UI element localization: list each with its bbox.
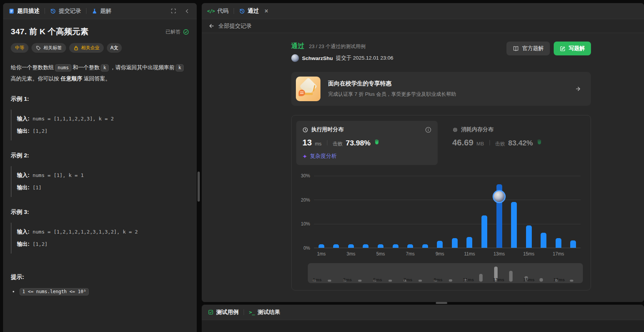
result-header: 通过 23 / 23 个通过的测试用例 SchwarzShu 提交于 2025.… — [291, 42, 591, 62]
arrow-right-icon[interactable] — [575, 85, 582, 92]
memory-stats[interactable]: 消耗内存分布 46.69 MB 击败 83.42% — [452, 121, 543, 148]
runtime-bar-10ms[interactable] — [447, 176, 462, 248]
brush-slot-7ms[interactable]: 7ms — [400, 263, 415, 283]
back-to-submissions[interactable]: 全部提交记录 — [202, 19, 644, 33]
brush-slot-10ms[interactable] — [445, 263, 460, 283]
brush-slot-9ms[interactable]: 9ms — [430, 263, 445, 283]
hints-heading: 提示: — [11, 274, 189, 281]
terminal-icon: >_ — [249, 309, 255, 315]
runtime-bar-17ms[interactable] — [551, 176, 566, 248]
scrollbar-thumb[interactable] — [198, 172, 200, 202]
tab-code[interactable]: </> 代码 — [207, 7, 229, 15]
memory-value-row: 46.69 MB 击败 83.42% — [452, 138, 543, 148]
brush-slot-5ms[interactable]: 5ms — [370, 263, 385, 283]
runtime-bar-1ms[interactable] — [314, 176, 329, 248]
brush-slot-15ms[interactable]: 15ms — [521, 263, 536, 283]
x-tick-label: 15ms — [521, 251, 536, 257]
brush-slot-12ms[interactable] — [476, 263, 491, 283]
clock-icon — [302, 127, 308, 133]
io-value: [1,2] — [33, 128, 48, 134]
history-icon — [50, 8, 56, 14]
student-promo-banner[interactable]: 面向在校学生的专享特惠 完成认证享 7 折 Plus 会员，享受更多学业及职业成… — [291, 72, 591, 106]
write-solution-button[interactable]: 写题解 — [554, 42, 591, 55]
badge-label: 相关标签 — [43, 45, 62, 51]
runtime-bar-5ms[interactable] — [373, 176, 388, 248]
y-tick: 30% — [301, 173, 310, 179]
runtime-bar-11ms[interactable] — [462, 176, 477, 248]
brush-slot-13ms[interactable]: 13ms — [491, 263, 506, 283]
problem-description: 给你一个整数数组nums和一个整数k，请你返回其中出现频率前k高的元素。你可以按… — [11, 62, 189, 84]
memory-beat-percent: 83.42% — [508, 139, 533, 147]
author-row: SchwarzShu 提交于 2025.12.01 23:06 — [291, 54, 393, 62]
panel-resize-handle[interactable] — [436, 302, 447, 304]
brush-slot-1ms[interactable]: 1ms — [309, 263, 324, 283]
official-solution-button[interactable]: 官方题解 — [506, 42, 550, 55]
bold-text: 任意顺序 — [61, 75, 82, 82]
tab-submissions[interactable]: 提交记录 — [50, 7, 81, 15]
runtime-bar-16ms[interactable] — [536, 176, 551, 248]
brush-slot-4ms[interactable] — [355, 263, 370, 283]
runtime-bar-3ms[interactable] — [344, 176, 359, 248]
bar — [452, 238, 458, 248]
brush-slot-18ms[interactable] — [566, 263, 581, 283]
runtime-bar-15ms[interactable] — [521, 176, 536, 248]
chart-plot-area — [314, 176, 581, 248]
bar — [378, 244, 383, 248]
brush-slot-6ms[interactable] — [385, 263, 400, 283]
chart-brush-minimap[interactable]: 1ms3ms5ms7ms9ms11ms13ms15ms17ms — [308, 263, 583, 283]
brush-slot-17ms[interactable]: 17ms — [551, 263, 566, 283]
x-tick-label — [329, 251, 344, 257]
bar — [541, 233, 546, 248]
fullscreen-icon[interactable] — [169, 7, 178, 15]
sparkle-icon: ✦ — [302, 153, 307, 159]
brush-slot-14ms[interactable] — [506, 263, 521, 283]
promo-subtitle: 完成认证享 7 折 Plus 会员，享受更多学业及职业成长帮助 — [328, 91, 567, 98]
bar — [437, 241, 443, 248]
runtime-bar-8ms[interactable] — [418, 176, 433, 248]
brush-slot-11ms[interactable]: 11ms — [460, 263, 475, 283]
close-icon[interactable]: × — [265, 8, 268, 14]
collapse-panel-icon[interactable] — [183, 7, 191, 15]
brush-slot-16ms[interactable] — [536, 263, 551, 283]
difficulty-badge[interactable]: 中等 — [11, 43, 28, 53]
memory-unit: MB — [476, 141, 484, 147]
runtime-bar-14ms[interactable] — [506, 176, 521, 248]
graduation-cap-image — [296, 77, 320, 101]
brush-slot-8ms[interactable] — [415, 263, 430, 283]
flask-icon — [91, 8, 98, 14]
brush-slot-3ms[interactable]: 3ms — [340, 263, 355, 283]
bar — [511, 202, 517, 248]
tab-solutions[interactable]: 题解 — [91, 7, 111, 15]
bar — [466, 237, 472, 248]
result-content: 通过 23 / 23 个通过的测试用例 SchwarzShu 提交于 2025.… — [291, 33, 591, 290]
brush-tick-label: 11ms — [463, 277, 474, 282]
runtime-bar-2ms[interactable] — [329, 176, 344, 248]
runtime-stats-card[interactable]: 执行用时分布 13 ms 击败 — [296, 121, 438, 165]
translate-badge[interactable]: A文 — [107, 43, 122, 53]
runtime-bar-4ms[interactable] — [359, 176, 373, 248]
tab-problem-description[interactable]: 题目描述 — [8, 7, 40, 15]
related-tags-badge[interactable]: 相关标签 — [32, 43, 66, 53]
brush-bar — [509, 271, 513, 282]
x-tick-label — [359, 251, 373, 257]
brush-bar — [479, 274, 483, 282]
runtime-bar-12ms[interactable] — [477, 176, 492, 248]
runtime-bar-9ms[interactable] — [433, 176, 448, 248]
runtime-bar-13ms[interactable] — [492, 176, 507, 248]
brush-slot-2ms[interactable] — [324, 263, 339, 283]
example-output-line: 输出:[1,2] — [17, 241, 189, 248]
tab-test-result[interactable]: >_ 测试结果 — [249, 309, 280, 316]
promo-title: 面向在校学生的专享特惠 — [328, 80, 567, 87]
runtime-bar-6ms[interactable] — [388, 176, 403, 248]
x-tick-label — [388, 251, 403, 257]
tab-testcase[interactable]: 测试用例 — [208, 309, 239, 316]
brush-tick-label: 15ms — [523, 277, 534, 282]
info-icon[interactable] — [425, 127, 432, 133]
tab-accepted-result[interactable]: 通过 × — [239, 7, 268, 15]
related-companies-badge[interactable]: 相关企业 — [69, 43, 104, 53]
complexity-analysis-link[interactable]: ✦ 复杂度分析 — [302, 153, 432, 160]
runtime-bar-18ms[interactable] — [566, 176, 581, 248]
runtime-bar-7ms[interactable] — [403, 176, 418, 248]
memory-header: 消耗内存分布 — [452, 126, 543, 133]
io-value: nums = [1,2,1,2,1,2,3,1,3,2], k = 2 — [33, 229, 138, 235]
